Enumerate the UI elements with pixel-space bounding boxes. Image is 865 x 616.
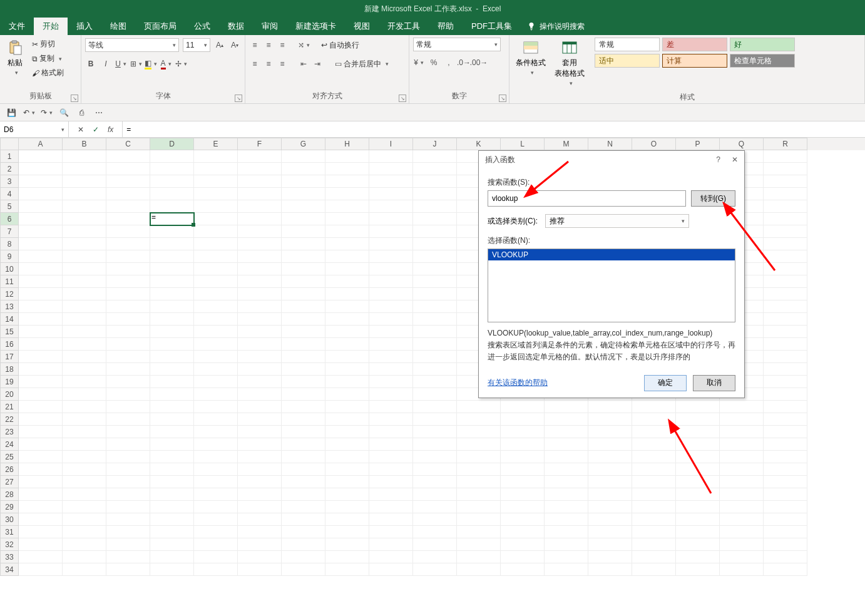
cell[interactable] [194, 426, 238, 438]
cell[interactable] [238, 238, 282, 250]
cell[interactable] [325, 288, 369, 300]
cell[interactable] [106, 250, 150, 263]
cell[interactable] [325, 476, 369, 488]
cell[interactable] [588, 401, 632, 413]
row-header[interactable]: 32 [0, 538, 19, 551]
cell[interactable] [194, 476, 238, 488]
cell[interactable] [764, 488, 807, 501]
cell[interactable] [282, 175, 325, 188]
row-header[interactable]: 24 [0, 438, 19, 451]
row-header[interactable]: 23 [0, 426, 19, 438]
cell[interactable] [720, 401, 764, 413]
search-function-input[interactable] [488, 190, 686, 207]
cell[interactable] [369, 188, 413, 200]
cell[interactable] [194, 376, 238, 388]
cell[interactable] [457, 563, 501, 576]
cell[interactable] [150, 275, 194, 288]
cell[interactable] [676, 463, 720, 476]
cell[interactable] [282, 163, 325, 175]
cell[interactable] [282, 351, 325, 363]
row-header[interactable]: 10 [0, 263, 19, 275]
cell[interactable] [413, 463, 457, 476]
tab-review[interactable]: 审阅 [253, 18, 287, 35]
cell[interactable] [19, 501, 63, 513]
cell[interactable] [369, 150, 413, 163]
cell[interactable] [19, 363, 63, 376]
cell[interactable] [720, 463, 764, 476]
col-header[interactable]: Q [720, 138, 764, 150]
format-as-table-button[interactable]: 套用 表格格式 ▾ [552, 38, 587, 88]
cut-button[interactable]: ✂剪切 [30, 38, 66, 51]
tab-home[interactable]: 开始 [34, 18, 68, 35]
cell[interactable] [413, 238, 457, 250]
cell-style-calc[interactable]: 计算 [662, 54, 727, 68]
cell[interactable] [676, 513, 720, 526]
cell[interactable] [19, 463, 63, 476]
cell[interactable] [764, 313, 807, 326]
cell[interactable] [457, 426, 501, 438]
cell[interactable] [282, 313, 325, 326]
col-header[interactable]: G [282, 138, 325, 150]
row-header[interactable]: 16 [0, 338, 19, 351]
cell[interactable] [282, 225, 325, 238]
cell[interactable] [588, 488, 632, 501]
cell[interactable] [106, 501, 150, 513]
cell[interactable] [63, 263, 106, 275]
cell[interactable] [238, 175, 282, 188]
cell[interactable] [19, 388, 63, 401]
col-header[interactable]: H [325, 138, 369, 150]
cell[interactable] [764, 275, 807, 288]
cell[interactable] [413, 351, 457, 363]
cell[interactable] [720, 551, 764, 563]
cell[interactable] [501, 551, 545, 563]
row-header[interactable]: 33 [0, 551, 19, 563]
cell[interactable] [588, 526, 632, 538]
cell[interactable] [19, 563, 63, 576]
cell[interactable] [106, 413, 150, 426]
cell[interactable] [501, 451, 545, 463]
cell[interactable] [282, 476, 325, 488]
cell[interactable] [369, 225, 413, 238]
cell[interactable] [238, 426, 282, 438]
cell[interactable] [369, 213, 413, 225]
cell[interactable] [764, 300, 807, 313]
cell[interactable] [282, 538, 325, 551]
cell[interactable] [501, 476, 545, 488]
row-header[interactable]: 18 [0, 363, 19, 376]
cell[interactable] [369, 551, 413, 563]
cell[interactable] [106, 563, 150, 576]
cell[interactable] [238, 263, 282, 275]
cell[interactable] [588, 563, 632, 576]
cell[interactable] [545, 501, 588, 513]
cell[interactable] [369, 300, 413, 313]
row-header[interactable]: 21 [0, 401, 19, 413]
close-icon[interactable]: ✕ [732, 155, 738, 164]
cell[interactable] [325, 538, 369, 551]
cell[interactable] [282, 501, 325, 513]
cell[interactable] [194, 213, 238, 225]
row-header[interactable]: 11 [0, 275, 19, 288]
cell[interactable] [19, 163, 63, 175]
cell[interactable] [106, 538, 150, 551]
cell[interactable] [325, 238, 369, 250]
percent-format-icon[interactable]: % [428, 57, 439, 68]
cell[interactable] [63, 426, 106, 438]
cell[interactable] [588, 451, 632, 463]
cell[interactable] [369, 538, 413, 551]
cell[interactable] [413, 213, 457, 225]
cell[interactable] [282, 401, 325, 413]
row-header[interactable]: 5 [0, 200, 19, 213]
cell[interactable] [588, 551, 632, 563]
cell[interactable] [238, 313, 282, 326]
cell[interactable] [282, 451, 325, 463]
cell[interactable] [413, 488, 457, 501]
cell[interactable] [19, 175, 63, 188]
cell[interactable] [764, 501, 807, 513]
cell[interactable] [150, 188, 194, 200]
cell[interactable] [457, 451, 501, 463]
increase-indent-icon[interactable]: ⇥ [312, 58, 323, 69]
cell[interactable] [238, 300, 282, 313]
cell[interactable] [413, 526, 457, 538]
cell[interactable] [457, 513, 501, 526]
cell[interactable] [106, 300, 150, 313]
